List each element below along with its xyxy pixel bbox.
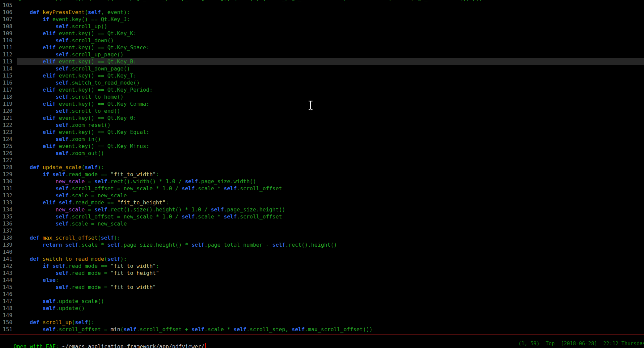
- code-line[interactable]: 146: [0, 291, 644, 298]
- code-line[interactable]: 149: [0, 312, 644, 319]
- code-line[interactable]: 143 self.read_mode = "fit_to_height": [0, 269, 644, 277]
- code-line[interactable]: 126 self.zoom_out(): [0, 150, 644, 157]
- code-text: self.scroll_offset = new_scale * 1.0 / s…: [17, 185, 644, 192]
- code-line[interactable]: 124 self.zoom_in(): [0, 136, 644, 143]
- code-text: else:: [17, 277, 644, 284]
- code-text: new_scale = self.rect().width() * 1.0 / …: [17, 178, 644, 185]
- code-text: self.scroll_down(): [17, 37, 644, 44]
- code-line[interactable]: 144 else:: [0, 277, 644, 284]
- code-text: elif event.key() == Qt.Key_0:: [17, 114, 644, 121]
- code-rows: 105106 def keyPressEvent(self, event):10…: [0, 2, 644, 333]
- code-line[interactable]: 107 if event.key() == Qt.Key_J:: [0, 16, 644, 23]
- line-number: 111: [0, 44, 17, 51]
- code-line[interactable]: 147 self.update_scale(): [0, 298, 644, 305]
- code-text: elif event.key() == Qt.Key_K:: [17, 30, 644, 37]
- code-line[interactable]: 136 self.scale = new_scale: [0, 220, 644, 227]
- line-number: 140: [0, 248, 17, 255]
- line-number: 137: [0, 227, 17, 234]
- code-text: self.scale = new_scale: [17, 192, 644, 199]
- code-line[interactable]: 141 def switch_to_read_mode(self):: [0, 255, 644, 262]
- line-number: 141: [0, 255, 17, 262]
- line-number: 144: [0, 277, 17, 284]
- line-number: 150: [0, 319, 17, 326]
- code-line[interactable]: 112 self.scroll_up_page(): [0, 51, 644, 58]
- code-text: self.scroll_up(): [17, 23, 644, 30]
- code-text: self.read_mode = "fit_to_width": [17, 284, 644, 291]
- code-line[interactable]: 119 elif event.key() == Qt.Key_Comma:: [0, 100, 644, 107]
- code-text: self.scroll_offset = min(self.scroll_off…: [17, 326, 644, 333]
- line-number: 118: [0, 93, 17, 100]
- code-text: [17, 157, 644, 164]
- code-text: elif event.key() == Qt.Key_Equal:: [17, 129, 644, 136]
- line-number: 123: [0, 129, 17, 136]
- code-text: if self.read_mode == "fit_to_width":: [17, 262, 644, 269]
- code-text: if self.read_mode == "fit_to_width":: [17, 171, 644, 178]
- line-number: 120: [0, 107, 17, 114]
- code-line[interactable]: 113 elif event.key() == Qt.Key_B:: [0, 58, 644, 65]
- code-line[interactable]: 110 self.scroll_down(): [0, 37, 644, 44]
- code-text: self.scroll_offset = new_scale * 1.0 / s…: [17, 213, 644, 220]
- code-line[interactable]: 137: [0, 227, 644, 234]
- code-line[interactable]: 148 self.update(): [0, 305, 644, 312]
- code-line[interactable]: 105: [0, 2, 644, 9]
- code-line[interactable]: 135 self.scroll_offset = new_scale * 1.0…: [0, 213, 644, 220]
- code-text: def update_scale(self):: [17, 164, 644, 171]
- code-line[interactable]: 120 self.scroll_to_end(): [0, 107, 644, 114]
- code-line[interactable]: 134 new_scale = self.rect().size().heigh…: [0, 206, 644, 213]
- line-number: 130: [0, 178, 17, 185]
- code-line[interactable]: 117 elif event.key() == Qt.Key_Period:: [0, 86, 644, 93]
- code-line[interactable]: 115 elif event.key() == Qt.Key_T:: [0, 72, 644, 79]
- code-line[interactable]: 133 elif self.read_mode == "fit_to_heigh…: [0, 199, 644, 206]
- code-line[interactable]: 138 def max_scroll_offset(self):: [0, 234, 644, 241]
- code-text: elif self.read_mode == "fit_to_height":: [17, 199, 644, 206]
- code-line[interactable]: 109 elif event.key() == Qt.Key_K:: [0, 30, 644, 37]
- code-buffer[interactable]: qp.drawPixmap(rect(), QPixmap(self.page_…: [0, 0, 644, 334]
- code-line[interactable]: 116 self.switch_to_read_mode(): [0, 79, 644, 86]
- code-line[interactable]: 151 self.scroll_offset = min(self.scroll…: [0, 326, 644, 333]
- code-text: [17, 227, 644, 234]
- minibuffer[interactable]: Open with EAF: ~/emacs-application-frame…: [1, 336, 206, 343]
- code-line[interactable]: 150 def scroll_up(self):: [0, 319, 644, 326]
- code-text: elif event.key() == Qt.Key_Space:: [17, 44, 644, 51]
- code-line[interactable]: 131 self.scroll_offset = new_scale * 1.0…: [0, 185, 644, 192]
- code-line[interactable]: 140: [0, 248, 644, 255]
- code-line[interactable]: 142 if self.read_mode == "fit_to_width":: [0, 262, 644, 269]
- status-tray: (1, 59) Top [2018-06-28] 22:12 Thursday: [518, 340, 644, 347]
- line-number: 135: [0, 213, 17, 220]
- code-line[interactable]: 130 new_scale = self.rect().width() * 1.…: [0, 178, 644, 185]
- code-line[interactable]: 127: [0, 157, 644, 164]
- minibuffer-input[interactable]: ~/emacs-application-framework/app/pdfvie…: [62, 343, 204, 348]
- code-line[interactable]: 108 self.scroll_up(): [0, 23, 644, 30]
- code-line[interactable]: 111 elif event.key() == Qt.Key_Space:: [0, 44, 644, 51]
- line-number: 126: [0, 150, 17, 157]
- code-line[interactable]: 128 def update_scale(self):: [0, 164, 644, 171]
- code-text: self.zoom_reset(): [17, 121, 644, 129]
- line-number: 139: [0, 241, 17, 248]
- code-line[interactable]: 123 elif event.key() == Qt.Key_Equal:: [0, 129, 644, 136]
- code-line[interactable]: 118 self.scroll_to_home(): [0, 93, 644, 100]
- code-line[interactable]: 129 if self.read_mode == "fit_to_width":: [0, 171, 644, 178]
- code-line[interactable]: 132 self.scale = new_scale: [0, 192, 644, 199]
- line-number: 108: [0, 23, 17, 30]
- code-text: elif event.key() == Qt.Key_Minus:: [17, 143, 644, 150]
- line-number: 119: [0, 100, 17, 107]
- code-line[interactable]: 145 self.read_mode = "fit_to_width": [0, 284, 644, 291]
- line-number: 105: [0, 2, 17, 9]
- code-text: def keyPressEvent(self, event):: [17, 9, 644, 16]
- line-number: 107: [0, 16, 17, 23]
- code-line[interactable]: 139 return self.scale * self.page_size.h…: [0, 241, 644, 248]
- line-number: 129: [0, 171, 17, 178]
- code-text: self.zoom_out(): [17, 150, 644, 157]
- code-line[interactable]: 106 def keyPressEvent(self, event):: [0, 9, 644, 16]
- line-number: 124: [0, 136, 17, 143]
- code-text: self.scroll_to_home(): [17, 93, 644, 100]
- code-line[interactable]: 121 elif event.key() == Qt.Key_0:: [0, 114, 644, 121]
- line-number: 128: [0, 164, 17, 171]
- code-text: def max_scroll_offset(self):: [17, 234, 644, 241]
- line-number: 115: [0, 72, 17, 79]
- code-line[interactable]: 114 self.scroll_down_page(): [0, 65, 644, 72]
- line-number: 121: [0, 114, 17, 121]
- line-number: 127: [0, 157, 17, 164]
- code-line[interactable]: 125 elif event.key() == Qt.Key_Minus:: [0, 143, 644, 150]
- code-line[interactable]: 122 self.zoom_reset(): [0, 121, 644, 129]
